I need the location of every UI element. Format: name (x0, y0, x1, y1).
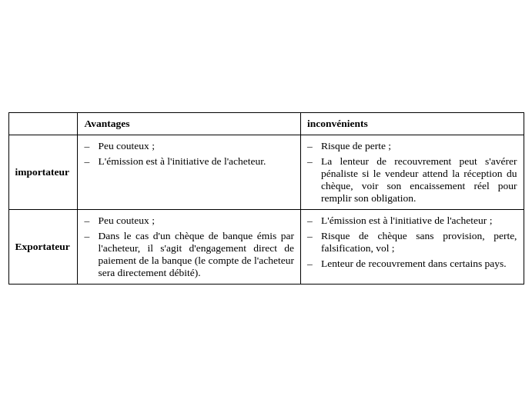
list-item-text: Dans le cas d'un chèque de banque émis p… (98, 230, 294, 279)
header-inconvenients: inconvénients (300, 112, 524, 135)
list-item-text: L'émission est à l'initiative de l'achet… (98, 155, 294, 168)
dash-icon: – (307, 155, 318, 168)
dash-icon: – (84, 230, 95, 242)
list-item: –Peu couteux ; (84, 215, 294, 227)
list-item-text: Risque de perte ; (321, 140, 517, 152)
header-label-col (8, 112, 78, 135)
list-item: –L'émission est à l'initiative de l'ache… (307, 215, 517, 227)
list-item: –Lenteur de recouvrement dans certains p… (307, 258, 517, 270)
list-item: –Peu couteux ; (84, 140, 294, 152)
list-item: –L'émission est à l'initiative de l'ache… (84, 155, 294, 168)
header-avantages: Avantages (78, 112, 301, 135)
list-item-text: L'émission est à l'initiative de l'achet… (321, 215, 517, 227)
dash-icon: – (307, 230, 318, 242)
dash-icon: – (307, 258, 318, 270)
list-item: –Dans le cas d'un chèque de banque émis … (84, 230, 294, 279)
main-table-wrapper: Avantages inconvénients importateur–Peu … (8, 112, 524, 285)
list-item: –La lenteur de recouvrement peut s'avére… (307, 155, 517, 205)
row-avantages-1: –Peu couteux ;–Dans le cas d'un chèque d… (78, 209, 301, 284)
list-item-text: Peu couteux ; (98, 215, 294, 227)
list-item-text: Risque de chèque sans provision, perte, … (321, 230, 517, 255)
row-label-1: Exportateur (8, 209, 78, 284)
row-inconvenients-1: –L'émission est à l'initiative de l'ache… (300, 209, 524, 284)
row-label-0: importateur (8, 135, 78, 209)
dash-icon: – (84, 155, 95, 168)
row-inconvenients-0: –Risque de perte ;–La lenteur de recouvr… (300, 135, 524, 209)
list-item: –Risque de chèque sans provision, perte,… (307, 230, 517, 255)
list-item-text: La lenteur de recouvrement peut s'avérer… (321, 155, 517, 205)
list-item: –Risque de perte ; (307, 140, 517, 152)
dash-icon: – (307, 215, 318, 227)
dash-icon: – (307, 140, 318, 152)
comparison-table: Avantages inconvénients importateur–Peu … (8, 112, 524, 285)
dash-icon: – (84, 215, 95, 227)
list-item-text: Peu couteux ; (98, 140, 294, 152)
dash-icon: – (84, 140, 95, 152)
row-avantages-0: –Peu couteux ;–L'émission est à l'initia… (78, 135, 301, 209)
list-item-text: Lenteur de recouvrement dans certains pa… (321, 258, 517, 270)
